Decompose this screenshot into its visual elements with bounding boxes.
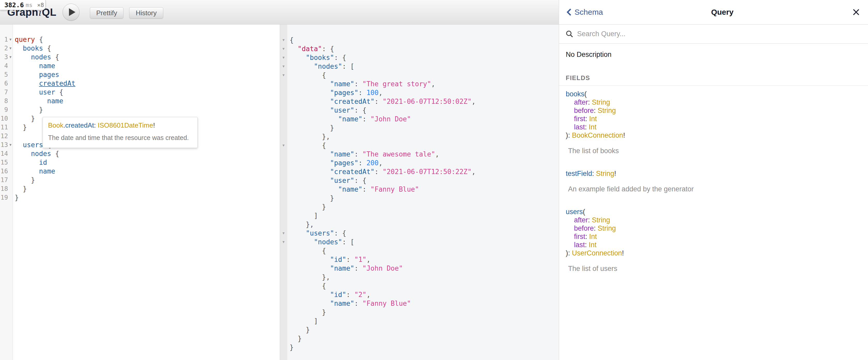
field-signature-line[interactable]: after: String — [566, 216, 861, 224]
prettify-button[interactable]: Prettify — [90, 7, 123, 19]
query-line[interactable]: 17 } — [0, 175, 280, 185]
token: "2" — [354, 291, 366, 298]
result-code-text: "nodes": [ — [287, 62, 354, 71]
close-icon — [852, 8, 860, 16]
query-line[interactable]: 3▾ nodes { — [0, 53, 280, 62]
result-code-text: { — [287, 282, 326, 290]
fold-toggle-icon — [280, 97, 287, 106]
token: before — [574, 107, 594, 114]
field-signature-line[interactable]: before: String — [566, 106, 861, 114]
query-line[interactable]: 7 user { — [0, 88, 280, 97]
query-line[interactable]: 9 } — [0, 105, 280, 114]
result-line: }, — [280, 132, 559, 141]
execute-query-button[interactable] — [63, 4, 80, 21]
query-line[interactable]: 6 createdAt — [0, 79, 280, 88]
field-signature-line[interactable]: users( — [566, 208, 861, 216]
fold-toggle-icon — [8, 123, 13, 132]
fold-toggle-icon[interactable]: ▾ — [280, 229, 287, 238]
field-signature-line[interactable]: testField: String! — [566, 169, 861, 178]
latency-count: ×8 — [37, 2, 44, 8]
gutter-cell: 9 — [0, 105, 13, 114]
token — [289, 326, 306, 334]
token: ! — [614, 170, 616, 177]
latency-unit: ms — [26, 2, 33, 8]
fold-toggle-icon[interactable]: ▾ — [280, 36, 287, 44]
fold-toggle-icon[interactable]: ▾ — [8, 44, 13, 53]
token: : — [585, 233, 589, 240]
token: String — [592, 216, 610, 224]
history-button[interactable]: History — [129, 7, 163, 19]
result-code-text: }, — [287, 273, 330, 282]
gutter-cell: 18 — [0, 185, 13, 193]
fold-toggle-icon[interactable]: ▾ — [280, 62, 287, 71]
token — [289, 282, 322, 290]
fold-toggle-icon[interactable]: ▾ — [280, 44, 287, 53]
query-line[interactable]: 19} — [0, 193, 280, 202]
field-signature-line[interactable]: ): BookConnection! — [566, 131, 861, 139]
doc-back-link[interactable]: Schema — [567, 8, 603, 17]
token — [289, 80, 330, 88]
query-line[interactable]: 8 name — [0, 97, 280, 105]
token: user — [39, 88, 55, 96]
field-signature-line[interactable]: after: String — [566, 98, 861, 106]
query-code-text: name — [13, 62, 55, 70]
fold-toggle-icon[interactable]: ▾ — [8, 35, 13, 44]
doc-close-button[interactable] — [852, 8, 860, 16]
result-code-text: } — [287, 334, 302, 343]
token: pages — [39, 71, 59, 78]
query-line[interactable]: 18 } — [0, 185, 280, 193]
token: : — [354, 80, 362, 88]
line-number: 18 — [0, 185, 8, 193]
token: } — [289, 343, 294, 351]
token: "The awesome tale" — [363, 150, 435, 158]
fold-toggle-icon — [280, 264, 287, 273]
fold-toggle-icon[interactable]: ▾ — [280, 141, 287, 150]
result-code-text: } — [287, 343, 294, 352]
result-viewer: ▾{▾ "data": {▾ "books": {▾ "nodes": [▾ {… — [280, 25, 559, 360]
token — [289, 264, 330, 272]
query-line[interactable]: 4 name — [0, 62, 280, 70]
query-line[interactable]: 15 id — [0, 158, 280, 167]
field-signature-line[interactable]: before: String — [566, 224, 861, 232]
result-code-text: { — [287, 36, 294, 44]
query-line[interactable]: 2▾ books { — [0, 44, 280, 53]
doc-search-input[interactable] — [577, 30, 861, 38]
fold-toggle-icon — [280, 124, 287, 132]
query-editor[interactable]: 1▾query {2▾ books {3▾ nodes {4 name5 pag… — [0, 25, 280, 360]
query-code-text: nodes { — [13, 149, 59, 158]
line-number: 11 — [0, 123, 8, 132]
fold-toggle-icon[interactable]: ▾ — [280, 238, 287, 247]
fold-toggle-icon — [280, 308, 287, 317]
field-signature-line[interactable]: last: Int — [566, 123, 861, 131]
fold-toggle-icon[interactable]: ▾ — [8, 140, 13, 149]
query-line[interactable]: 14 nodes { — [0, 149, 280, 158]
token: : — [94, 121, 98, 129]
token: "data" — [298, 45, 322, 53]
token: String — [592, 98, 610, 106]
field-signature-line[interactable]: books( — [566, 90, 861, 98]
fold-toggle-icon — [8, 158, 13, 167]
query-line[interactable]: 1▾query { — [0, 35, 280, 44]
token: : — [375, 168, 382, 175]
field-signature-line[interactable]: ): UserConnection! — [566, 249, 861, 257]
result-code-text: "nodes": [ — [287, 238, 354, 247]
query-line[interactable]: 16 name — [0, 167, 280, 175]
field-signature-line[interactable]: last: Int — [566, 241, 861, 249]
fold-toggle-icon — [8, 88, 13, 97]
query-line[interactable]: 5 pages — [0, 70, 280, 79]
token: : — [594, 224, 598, 232]
token: { — [35, 36, 43, 43]
fold-toggle-icon[interactable]: ▾ — [280, 71, 287, 79]
result-code-text: ] — [287, 317, 318, 325]
fold-toggle-icon[interactable]: ▾ — [280, 53, 287, 62]
result-line: } — [280, 325, 559, 334]
latency-value: 382.6 — [4, 1, 24, 9]
token — [289, 203, 322, 211]
field-signature-line[interactable]: first: Int — [566, 232, 861, 241]
fold-toggle-icon[interactable]: ▾ — [8, 53, 13, 62]
type-info-tooltip: Book.createdAt: ISO8601DateTime! The dat… — [43, 117, 197, 148]
token: } — [322, 308, 326, 316]
token: ( — [584, 90, 587, 98]
field-signature-line[interactable]: first: Int — [566, 114, 861, 123]
token: ): — [566, 131, 572, 139]
